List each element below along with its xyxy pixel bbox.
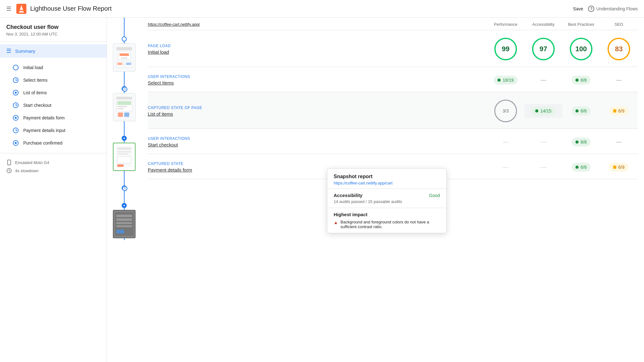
score-row-list-of-items: Captured state of page List of items 3/3… <box>148 100 638 122</box>
thumbnail-initial-load[interactable] <box>113 43 136 72</box>
accessibility-label: Accessibility <box>334 193 363 198</box>
svg-rect-45 <box>116 222 132 224</box>
section-name-start-checkout[interactable]: Start checkout <box>148 142 487 147</box>
impact-item-text: Background and foreground colors do not … <box>341 220 440 229</box>
sidebar-item-select-items[interactable]: Select Items <box>0 74 107 86</box>
perf-score-select-items: 18/19 <box>487 76 525 85</box>
menu-icon[interactable]: ☰ <box>6 5 11 12</box>
sidebar-item-label: Payment details input <box>23 128 65 133</box>
timeline-node-start-checkout <box>122 185 127 190</box>
perf-badge-18-19: 18/19 <box>494 76 517 85</box>
section-name-list-of-items[interactable]: List of items <box>148 111 487 117</box>
svg-rect-34 <box>117 147 131 150</box>
warning-triangle-icon: ▲ <box>334 220 338 225</box>
mobile-icon <box>6 160 12 165</box>
perf-circle-99: 99 <box>494 38 517 60</box>
svg-point-10 <box>9 164 9 165</box>
thumbnail-list-of-items[interactable] <box>113 143 136 171</box>
tooltip-title: Snapshot report <box>334 174 440 179</box>
svg-point-6 <box>15 117 17 119</box>
list-items-label-area: Captured state of page List of items <box>148 106 487 117</box>
sidebar-divider <box>0 41 107 42</box>
svg-point-4 <box>15 92 17 94</box>
seo-score-list-items: 6/9 <box>600 107 638 115</box>
tooltip-url[interactable]: https://coffee-cart.netlify.app/cart <box>334 181 440 185</box>
main-layout: Checkout user flow Nov 3, 2021, 12:00 AM… <box>0 18 644 362</box>
timeline-node-initial-load <box>122 36 127 41</box>
svg-rect-29 <box>124 112 129 117</box>
start-checkout-label-area: User interactions Start checkout <box>148 136 487 147</box>
sidebar-item-label: Select Items <box>23 78 47 83</box>
green-dot <box>575 166 579 169</box>
help-icon: ? <box>588 6 594 12</box>
section-user-interactions-2: User interactions Start checkout — — <box>148 129 638 154</box>
app-title: Lighthouse User Flow Report <box>30 5 568 12</box>
sidebar-nav-items: Initial load Select Items List of items … <box>0 58 107 153</box>
svg-rect-38 <box>117 164 124 167</box>
lighthouse-logo <box>16 4 26 14</box>
understanding-flows-link[interactable]: ? Understanding Flows <box>588 6 638 12</box>
green-dot <box>497 79 501 82</box>
main-content: https://coffee-cart.netlify.app/ Perform… <box>107 18 644 362</box>
sidebar-item-initial-load[interactable]: Initial load <box>0 61 107 74</box>
section-name-select-items[interactable]: Select Items <box>148 80 487 85</box>
svg-rect-19 <box>117 63 122 65</box>
accessibility-header: Accessibility <box>525 22 562 27</box>
url-header[interactable]: https://coffee-cart.netlify.app/ <box>148 22 487 27</box>
accessibility-desc: 14 audits passed / 15 passable audits <box>334 199 440 204</box>
score-row-select-items: User interactions Select Items 18/19 — <box>148 74 638 85</box>
orange-square-2 <box>613 166 616 169</box>
green-dot <box>575 140 579 144</box>
sidebar-item-payment-details-form[interactable]: Payment details form <box>0 112 107 124</box>
sidebar-item-payment-details-input[interactable]: Payment details input <box>0 124 107 137</box>
score-row-start-checkout: User interactions Start checkout — — <box>148 136 638 147</box>
a11y-score-initial-load: 97 <box>525 38 562 60</box>
summary-nav-item[interactable]: ☰ Summary <box>0 44 107 58</box>
section-type-ui2: User interactions <box>148 136 487 141</box>
seo-score-select-items: — <box>600 77 638 83</box>
bp-badge-6-6: 6/6 <box>572 107 590 115</box>
bp-circle-100: 100 <box>570 38 592 60</box>
performance-header: Performance <box>487 22 525 27</box>
svg-rect-37 <box>117 157 131 163</box>
timeline-node-payment-form <box>122 203 127 208</box>
timeline-column <box>107 18 142 240</box>
svg-rect-23 <box>116 97 132 99</box>
thumb-select-items <box>113 86 136 123</box>
svg-rect-36 <box>117 153 128 155</box>
sidebar-item-label: Initial load <box>23 65 43 70</box>
thumbnail-payment-form[interactable] <box>113 210 136 238</box>
thumbnail-select-items[interactable] <box>113 93 136 121</box>
sidebar-item-purchase-confirmed[interactable]: Purchase confirmed <box>0 137 107 149</box>
svg-point-8 <box>15 142 17 144</box>
svg-rect-2 <box>19 10 23 11</box>
start-checkout-icon <box>13 102 19 108</box>
bp-score-initial-load: 100 <box>562 38 600 60</box>
tooltip-accessibility-section: Accessibility Good 14 audits passed / 15… <box>327 189 446 208</box>
thumb-initial-load <box>113 36 136 74</box>
perf-score-list-items: 3/3 <box>487 100 525 122</box>
svg-rect-35 <box>117 151 131 152</box>
section-name-page-load[interactable]: Initial load <box>148 49 487 55</box>
seo-circle-83: 83 <box>608 38 630 60</box>
svg-rect-44 <box>116 218 132 221</box>
section-type-cs1: Captured state of page <box>148 106 487 110</box>
sidebar-item-list-of-items[interactable]: List of items <box>0 86 107 99</box>
sidebar-item-label: List of items <box>23 90 47 95</box>
green-dot <box>575 79 579 82</box>
svg-rect-46 <box>116 225 132 227</box>
a11y-score-list-items: 14/15 <box>525 104 562 118</box>
section-user-interactions-1: User interactions Select Items 18/19 — <box>148 67 638 92</box>
a11y-score-payment-form: — <box>525 164 562 170</box>
bp-score-payment-form: 6/6 <box>562 163 600 172</box>
sidebar-item-start-checkout[interactable]: Start checkout <box>0 99 107 112</box>
impact-item: ▲ Background and foreground colors do no… <box>334 220 440 229</box>
bp-badge-8-8-2: 8/8 <box>572 138 590 146</box>
save-button[interactable]: Save <box>568 4 588 14</box>
bp-score-list-items: 6/6 <box>562 107 600 115</box>
a11y-score-select-items: — <box>525 77 562 83</box>
green-dot <box>575 109 579 112</box>
page-load-label-area: Page load Initial load <box>148 44 487 55</box>
timeline-node-select-items <box>122 86 127 91</box>
seo-header: SEO <box>600 22 638 27</box>
